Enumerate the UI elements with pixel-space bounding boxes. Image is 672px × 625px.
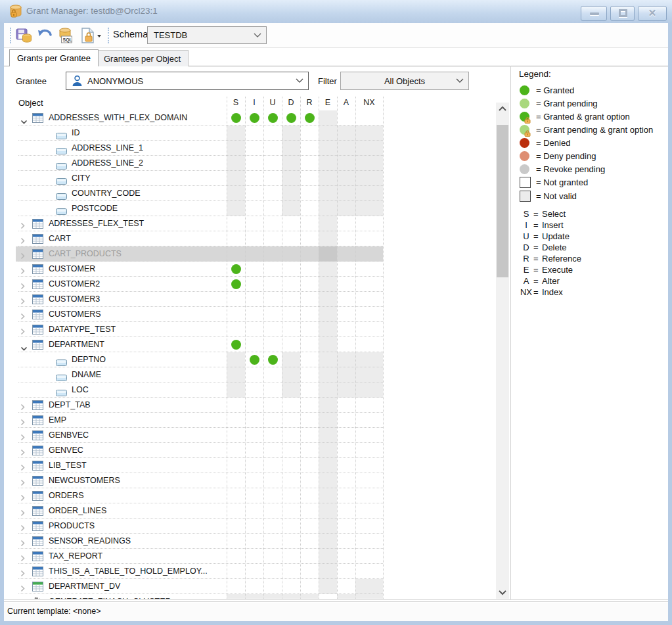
show-sql-button[interactable]: SQL	[56, 26, 75, 45]
tab-grantees-per-object[interactable]: Grantees per Object	[96, 50, 189, 66]
grid-row[interactable]: THIS_IS_A_TABLE_TO_HOLD_EMPLOY...	[16, 564, 383, 579]
grant-cell-E[interactable]	[319, 443, 337, 458]
grant-cell-NX[interactable]	[355, 201, 383, 216]
grant-cell-E[interactable]	[319, 503, 337, 519]
grid-row[interactable]: LIB_TEST	[16, 458, 383, 473]
grant-cell-NX[interactable]	[355, 352, 383, 367]
grid-row[interactable]: GENERATE_FINACH_CLUSTER	[16, 594, 383, 599]
grant-cell-A[interactable]	[337, 186, 355, 201]
grid-row[interactable]: GENVEC	[16, 443, 383, 458]
grant-cell-NX[interactable]	[355, 156, 383, 171]
grant-cell-S[interactable]	[227, 171, 245, 186]
grant-cell-E[interactable]	[319, 382, 337, 398]
grant-cell-S[interactable]	[227, 382, 245, 398]
grant-cell-E[interactable]	[319, 473, 337, 488]
grant-cell-E[interactable]	[319, 519, 337, 534]
grid-row[interactable]: ID	[16, 126, 383, 141]
grant-cell-D[interactable]	[282, 156, 300, 171]
grant-cell-E[interactable]	[319, 141, 337, 156]
grant-cell-E[interactable]	[319, 292, 337, 307]
grid-row[interactable]: CITY	[16, 171, 383, 186]
grant-cell-E[interactable]	[319, 201, 337, 216]
grid-row[interactable]: ORDERS	[16, 488, 383, 503]
grant-cell-E[interactable]	[319, 171, 337, 186]
grant-cell-E[interactable]	[319, 156, 337, 171]
granted-dot[interactable]	[250, 355, 259, 365]
grant-cell-A[interactable]	[337, 126, 355, 141]
grant-cell-A[interactable]	[337, 352, 355, 367]
grant-cell-A[interactable]	[337, 367, 355, 382]
grant-cell-D[interactable]	[282, 352, 300, 367]
grant-cell-E[interactable]	[319, 337, 337, 352]
granted-dot[interactable]	[231, 279, 241, 289]
grid-row[interactable]: POSTCODE	[16, 201, 383, 216]
collapse-chevron-icon[interactable]	[20, 116, 28, 127]
grant-cell-NX[interactable]	[355, 186, 383, 201]
grid-row[interactable]: SENSOR_READINGS	[16, 534, 383, 549]
grant-cell-E[interactable]	[319, 277, 337, 292]
granted-dot[interactable]	[268, 355, 278, 365]
grant-cell-NX[interactable]	[355, 126, 383, 141]
grant-cell-E[interactable]	[319, 231, 337, 246]
grant-cell-D[interactable]	[282, 382, 300, 398]
filter-select[interactable]: All Objects	[340, 72, 469, 90]
grant-cell-A[interactable]	[337, 201, 355, 216]
grid-row[interactable]: DATATYPE_TEST	[16, 322, 383, 337]
save-button[interactable]	[14, 26, 33, 45]
grant-cell-D[interactable]	[282, 141, 300, 156]
grant-cell-E[interactable]	[319, 186, 337, 201]
template-menu-button[interactable]	[79, 26, 102, 45]
grant-cell-S[interactable]	[227, 156, 245, 171]
close-button[interactable]: ✕	[638, 6, 667, 21]
grant-cell-E[interactable]	[319, 216, 337, 231]
grid-row[interactable]: ADDRESS_LINE_1	[16, 141, 383, 156]
grant-cell-D[interactable]	[282, 186, 300, 201]
scroll-up-button[interactable]	[496, 103, 509, 116]
grid-row[interactable]: EMP	[16, 413, 383, 428]
grant-cell-S[interactable]	[227, 126, 245, 141]
grant-cell-E[interactable]	[319, 428, 337, 443]
grid-row[interactable]: ADDRESS_LINE_2	[16, 156, 383, 171]
grid-row[interactable]: CART	[16, 231, 383, 246]
schema-select[interactable]: TESTDB	[147, 26, 267, 44]
grant-cell-R[interactable]	[300, 594, 319, 599]
grid-row[interactable]: CUSTOMER2	[16, 277, 383, 292]
grant-cell-S[interactable]	[227, 186, 245, 201]
grant-cell-D[interactable]	[282, 171, 300, 186]
grant-cell-E[interactable]	[319, 352, 337, 367]
grant-cell-NX[interactable]	[355, 171, 383, 186]
granted-dot[interactable]	[231, 113, 241, 123]
grid-row[interactable]: CUSTOMERS	[16, 307, 383, 322]
grid-row[interactable]: ADDRESSES_WITH_FLEX_DOMAIN	[16, 110, 383, 126]
grid-row[interactable]: PRODUCTS	[16, 519, 383, 534]
grant-cell-E[interactable]	[319, 110, 337, 126]
grid-row[interactable]: DEPT_TAB	[16, 398, 383, 413]
grantee-select[interactable]: ANONYMOUS	[66, 72, 309, 90]
grid-row[interactable]: DNAME	[16, 367, 383, 382]
undo-button[interactable]	[35, 26, 54, 45]
grant-cell-E[interactable]	[319, 488, 337, 503]
grant-cell-S[interactable]	[227, 201, 245, 216]
collapse-chevron-icon[interactable]	[20, 342, 28, 354]
grant-cell-A[interactable]	[337, 594, 355, 599]
grid-row[interactable]: ORDER_LINES	[16, 503, 383, 519]
grid-row[interactable]: CUSTOMER	[16, 262, 383, 277]
grant-cell-E[interactable]	[319, 262, 337, 277]
minimize-button[interactable]	[581, 6, 607, 21]
grant-cell-D[interactable]	[282, 367, 300, 382]
grant-cell-U[interactable]	[263, 594, 282, 599]
grant-cell-E[interactable]	[319, 126, 337, 141]
maximize-button[interactable]	[610, 6, 635, 21]
grant-cell-E[interactable]	[319, 549, 337, 564]
grid-row[interactable]: CUSTOMER3	[16, 292, 383, 307]
grant-cell-NX[interactable]	[355, 579, 383, 594]
scroll-down-button[interactable]	[496, 586, 509, 599]
grant-cell-D[interactable]	[282, 126, 300, 141]
grant-cell-A[interactable]	[337, 382, 355, 398]
grid-row[interactable]: DEPARTMENT_DV	[16, 579, 383, 594]
granted-dot[interactable]	[305, 113, 315, 123]
grid-row[interactable]: DEPTNO	[16, 352, 383, 367]
toolbar-grip[interactable]	[10, 28, 12, 43]
grid-row[interactable]: ADRESSES_FLEX_TEST	[16, 216, 383, 231]
grid-row[interactable]: DEPARTMENT	[16, 337, 383, 352]
